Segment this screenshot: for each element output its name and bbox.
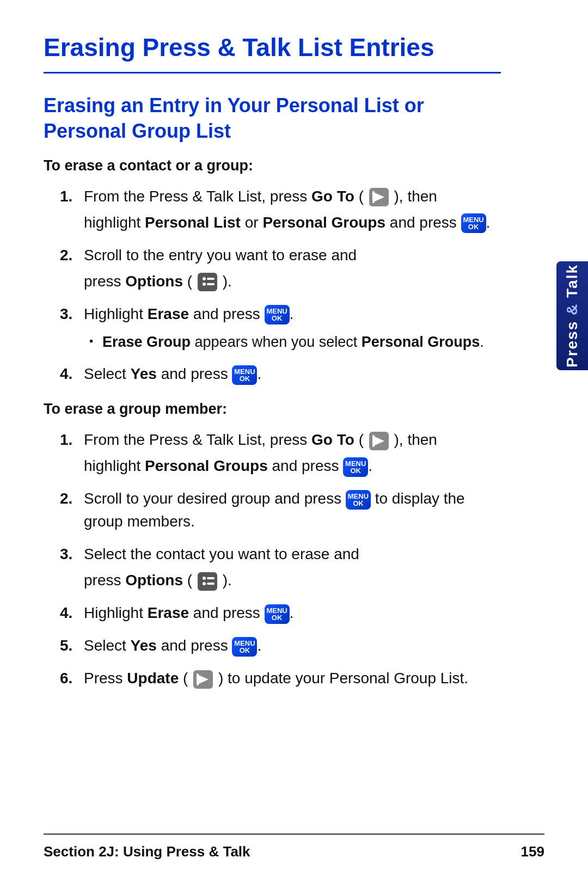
step-2-1: From the Press & Talk List, press Go To …	[60, 428, 501, 477]
svg-rect-10	[372, 435, 375, 447]
footer: Section 2J: Using Press & Talk 159	[44, 834, 544, 860]
steps-list-1: From the Press & Talk List, press Go To …	[60, 185, 501, 386]
menu-ok-button-7: MENU OK	[232, 637, 257, 657]
svg-rect-3	[198, 273, 217, 291]
step-4: Select Yes and press MENU OK .	[60, 363, 501, 385]
goto-icon-2	[368, 431, 390, 451]
steps-list-2: From the Press & Talk List, press Go To …	[60, 428, 501, 690]
svg-rect-6	[207, 278, 215, 280]
step-2-5: Select Yes and press MENU OK .	[60, 634, 501, 657]
step-1-continuation: highlight Personal List or Personal Grou…	[84, 211, 501, 234]
menu-ok-button-2: MENU OK	[265, 305, 290, 324]
menu-ok-button-5: MENU OK	[346, 490, 371, 510]
footer-page-number: 159	[521, 843, 544, 860]
svg-rect-2	[372, 191, 375, 203]
svg-point-4	[203, 277, 206, 280]
update-icon	[192, 669, 214, 690]
svg-point-12	[203, 577, 206, 580]
svg-rect-14	[207, 577, 215, 579]
svg-point-13	[203, 582, 206, 585]
step-2-2: Scroll to your desired group and press M…	[60, 487, 501, 533]
step-2-6: Press Update ( ) to update your Personal…	[60, 667, 501, 690]
step-2-3-continuation: press Options ( ).	[84, 569, 501, 592]
svg-rect-7	[207, 283, 215, 285]
sub-heading-2: To erase a group member:	[44, 401, 501, 418]
step-2-3: Select the contact you want to erase and…	[60, 543, 501, 592]
side-tab: Press & Talk	[556, 261, 588, 370]
sub-heading-1: To erase a contact or a group:	[44, 157, 501, 174]
side-tab-text: Press & Talk	[564, 264, 581, 367]
step-2-4: Highlight Erase and press MENU OK .	[60, 602, 501, 624]
step-1: From the Press & Talk List, press Go To …	[60, 185, 501, 234]
step-2-continuation: press Options ( ).	[84, 270, 501, 293]
menu-ok-button-3: MENU OK	[232, 365, 257, 385]
sub-bullet-1: Erase Group appears when you select Pers…	[89, 331, 501, 353]
step-2: Scroll to the entry you want to erase an…	[60, 244, 501, 293]
menu-ok-button-6: MENU OK	[265, 604, 290, 624]
svg-rect-18	[197, 673, 199, 685]
section-title: Erasing an Entry in Your Personal List o…	[44, 93, 501, 144]
options-icon-2	[197, 571, 218, 592]
goto-icon	[368, 187, 390, 207]
page-title: Erasing Press & Talk List Entries	[44, 33, 501, 74]
svg-point-5	[203, 283, 206, 286]
menu-ok-button: MENU OK	[461, 213, 486, 233]
menu-ok-button-4: MENU OK	[343, 457, 368, 477]
step-3: Highlight Erase and press MENU OK . Eras…	[60, 303, 501, 353]
options-icon	[197, 272, 218, 292]
step-2-1-continuation: highlight Personal Groups and press MENU…	[84, 455, 501, 477]
footer-section-label: Section 2J: Using Press & Talk	[44, 843, 250, 860]
svg-rect-15	[207, 583, 215, 585]
svg-rect-11	[198, 572, 217, 591]
sub-bullet-list-1: Erase Group appears when you select Pers…	[89, 331, 501, 353]
